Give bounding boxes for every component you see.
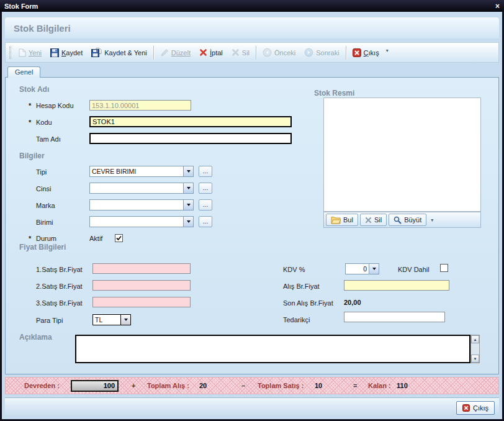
section-stok-adi: Stok Adı <box>19 85 49 94</box>
marka-label: Marka <box>36 202 55 209</box>
buyut-button[interactable]: Büyüt <box>389 214 426 226</box>
satis3-label: 3.Satış Br.Fiyat <box>36 299 83 307</box>
page-title: Stok Bilgileri <box>14 23 71 34</box>
section-stok-resmi: Stok Resmi <box>314 89 354 97</box>
toolbar-separator <box>153 46 154 60</box>
sil-image-label: Sil <box>374 216 382 224</box>
toplam-satis-value: 10 <box>315 382 322 389</box>
image-toolbar-overflow-icon[interactable]: ▾ <box>429 212 435 223</box>
iptal-button[interactable]: İptal <box>195 45 227 60</box>
yeni-label: Yeni <box>29 49 42 57</box>
chevron-down-icon <box>372 268 376 270</box>
exit-icon <box>353 48 361 57</box>
cinsi-label: Cinsi <box>36 185 51 192</box>
satis2-label: 2.Satış Br.Fiyat <box>36 283 83 290</box>
bul-button[interactable]: Bul <box>326 214 358 226</box>
durum-label: Durum <box>36 235 56 242</box>
onceki-button[interactable]: Önceki <box>258 45 300 60</box>
cinsi-combo-arrow[interactable] <box>183 183 193 193</box>
satis3-input[interactable] <box>92 297 191 307</box>
marka-combo-arrow[interactable] <box>183 200 193 210</box>
edit-pencil-icon <box>160 48 169 57</box>
para-tipi-combo-arrow[interactable] <box>120 315 130 325</box>
durum-checkbox[interactable] <box>115 234 123 242</box>
kalan-value: 110 <box>397 382 408 389</box>
tipi-combo[interactable]: CEVRE BIRIMI <box>89 166 194 177</box>
tipi-combo-arrow[interactable] <box>183 166 193 176</box>
hesap-kodu-input[interactable] <box>89 100 191 111</box>
scrollbar-track[interactable] <box>471 343 479 355</box>
equals-operator: = <box>353 382 357 389</box>
kodu-input[interactable] <box>89 116 292 127</box>
onceki-label: Önceki <box>274 49 295 57</box>
image-toolbar: Bul Sil Büyüt ▾ <box>323 212 481 228</box>
toplam-satis-label: Toplam Satış : <box>258 382 304 389</box>
birimi-combo-arrow[interactable] <box>183 217 193 227</box>
cikis-footer-button[interactable]: Çıkış <box>456 401 495 415</box>
sil-button[interactable]: Sil <box>227 45 254 60</box>
toolbar-separator <box>346 46 346 60</box>
kdv-dahil-label: KDV Dahil <box>398 266 430 273</box>
satis1-label: 1.Satış Br.Fiyat <box>36 266 83 273</box>
delete-x-icon <box>365 217 372 224</box>
bul-label: Bul <box>343 216 353 224</box>
cancel-x-icon <box>199 48 207 57</box>
kaydet-yeni-label: Kaydet & Yeni <box>104 49 147 57</box>
tipi-browse-button[interactable]: ... <box>199 166 212 177</box>
cinsi-combo[interactable] <box>89 183 194 194</box>
sil-image-button[interactable]: Sil <box>360 214 387 226</box>
section-bilgiler: Bilgiler <box>19 152 45 160</box>
marka-combo[interactable] <box>89 199 194 210</box>
aciklama-textarea[interactable] <box>75 335 470 363</box>
toolbar-overflow-icon[interactable]: ▾ <box>384 43 390 53</box>
sonraki-button[interactable]: Sonraki <box>300 45 343 60</box>
kaydet-yeni-button[interactable]: Kaydet & Yeni <box>87 45 151 60</box>
birimi-combo[interactable] <box>89 216 194 227</box>
magnifier-icon <box>394 216 402 224</box>
tedarikci-input[interactable] <box>344 312 445 322</box>
check-icon <box>116 235 122 241</box>
cinsi-combo-value <box>90 183 183 193</box>
kdv-label: KDV % <box>283 266 305 273</box>
folder-open-icon <box>331 216 341 224</box>
satis2-input[interactable] <box>92 280 191 291</box>
stok-image-box <box>323 97 481 212</box>
kdv-dahil-checkbox[interactable] <box>440 264 448 272</box>
kdv-combo-arrow[interactable] <box>369 264 379 274</box>
tam-adi-input[interactable] <box>89 133 292 144</box>
satis1-input[interactable] <box>92 263 191 274</box>
sonraki-label: Sonraki <box>316 49 339 57</box>
kdv-combo[interactable]: 0 <box>345 263 379 274</box>
window-title: Stok Form <box>4 2 38 10</box>
devreden-label: Devreden : <box>24 382 60 389</box>
cinsi-browse-button[interactable]: ... <box>199 183 212 194</box>
sil-label: Sil <box>242 49 250 57</box>
tab-genel[interactable]: Genel <box>7 66 40 78</box>
new-page-icon <box>19 48 26 57</box>
durum-aktif-text: Aktif <box>89 235 102 242</box>
stok-form-window: Stok Form × Stok Bilgileri Yeni Kaydet K… <box>0 0 504 421</box>
kaydet-button[interactable]: Kaydet <box>46 45 87 60</box>
required-marker: * <box>29 102 31 109</box>
marka-browse-button[interactable]: ... <box>199 199 212 210</box>
duzelt-button[interactable]: Düzelt <box>156 45 195 60</box>
para-tipi-combo[interactable]: TL <box>92 314 131 325</box>
toolbar-separator <box>256 46 256 60</box>
son-alis-label: Son Alış Br.Fiyat <box>283 299 333 307</box>
cikis-toolbar-button[interactable]: Çıkış <box>348 45 384 60</box>
minus-operator: – <box>241 382 245 389</box>
devreden-value-box: 100 <box>71 380 119 392</box>
marka-combo-value <box>90 200 183 210</box>
alis-fiyat-input[interactable] <box>344 280 449 291</box>
duzelt-label: Düzelt <box>171 49 191 57</box>
yeni-button[interactable]: Yeni <box>14 45 46 60</box>
window-close-button[interactable]: × <box>495 2 500 10</box>
main-toolbar: Yeni Kaydet Kaydet & Yeni Düzelt İptal S… <box>5 42 499 63</box>
scroll-down-icon[interactable]: ▼ <box>471 355 479 363</box>
scroll-up-icon[interactable]: ▲ <box>471 335 479 343</box>
genel-panel: Stok Adı * Hesap Kodu * Kodu Tam Adı Bil… <box>5 77 499 374</box>
aciklama-scrollbar[interactable]: ▲ ▼ <box>470 335 480 363</box>
chevron-down-icon <box>187 187 191 189</box>
birimi-browse-button[interactable]: ... <box>199 216 212 227</box>
exit-icon <box>462 404 470 412</box>
